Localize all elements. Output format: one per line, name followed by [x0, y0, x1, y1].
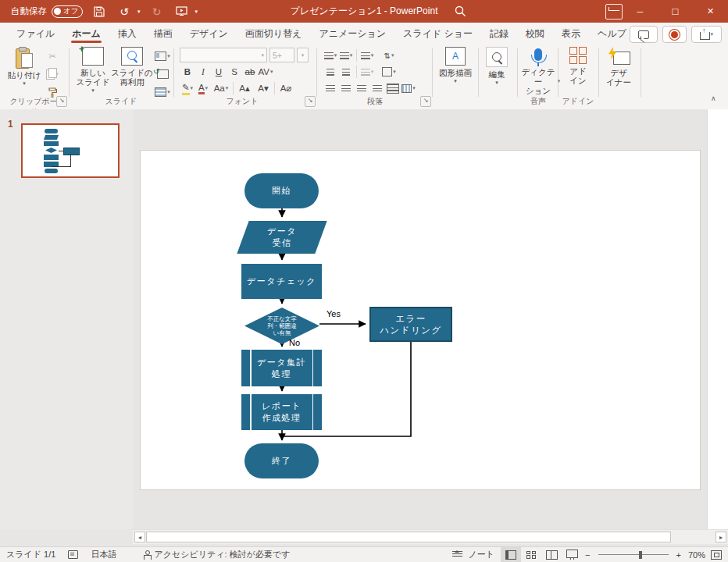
search-icon[interactable]	[455, 5, 466, 20]
tab-help[interactable]: ヘルプ	[589, 23, 635, 44]
character-spacing-button[interactable]: AV▾	[258, 65, 273, 79]
decrease-font-size-button[interactable]: A▾	[254, 81, 273, 95]
paste-button[interactable]: 貼り付け ▾	[4, 47, 45, 87]
dictation-button[interactable]: ディクテー ション ▾	[518, 47, 558, 95]
close-button[interactable]: ✕	[693, 0, 728, 23]
flowchart-receive-node[interactable]: データ 受信	[237, 221, 327, 254]
increase-indent-button[interactable]	[338, 65, 354, 79]
change-case-button[interactable]: Aa▾	[211, 81, 231, 95]
new-slide-button[interactable]: + 新しい スライド ▾	[73, 47, 113, 94]
normal-view-button[interactable]	[501, 547, 521, 562]
autosave-toggle[interactable]: 自動保存 オフ	[11, 5, 83, 18]
tab-draw[interactable]: 描画	[145, 23, 181, 44]
maximize-button[interactable]: □	[658, 0, 693, 23]
undo-chevron-icon[interactable]: ▾	[137, 9, 141, 15]
fit-to-window-button[interactable]	[709, 547, 728, 562]
minimize-button[interactable]: ─	[623, 0, 658, 23]
strikethrough-button[interactable]: ab	[242, 65, 258, 79]
notes-button[interactable]: ノート	[446, 547, 501, 562]
underline-button[interactable]: U	[211, 65, 227, 79]
tab-file[interactable]: ファイル	[8, 23, 63, 44]
text-direction-button[interactable]: ⇅▾	[381, 48, 397, 62]
numbering-button[interactable]: ▾	[338, 48, 354, 62]
horizontal-scrollbar[interactable]: ◂ ▸	[133, 529, 728, 544]
text-shadow-button[interactable]: S	[227, 65, 242, 79]
font-dialog-launcher[interactable]: ↘	[305, 96, 316, 107]
clear-formatting-button[interactable]: A⌀	[277, 81, 295, 95]
save-icon[interactable]	[91, 4, 108, 20]
paragraph-dialog-launcher[interactable]: ↘	[420, 96, 431, 107]
tab-review[interactable]: 校閲	[517, 23, 553, 44]
scroll-right-button[interactable]: ▸	[716, 532, 726, 542]
decrease-indent-button[interactable]	[323, 65, 338, 79]
flowchart-error-node[interactable]: エラー ハンドリング	[369, 307, 452, 342]
flowchart-check-node[interactable]: データチェック	[241, 264, 322, 299]
comments-button[interactable]	[630, 26, 658, 43]
microphone-icon	[534, 48, 542, 61]
horizontal-scrollbar-thumb[interactable]	[146, 532, 671, 542]
tab-insert[interactable]: 挿入	[109, 23, 145, 44]
undo-button[interactable]: ↺	[116, 4, 133, 20]
bullets-button[interactable]: ▾	[323, 48, 338, 62]
convert-to-smartart-button[interactable]: ▾	[401, 81, 416, 95]
tab-slideshow[interactable]: スライド ショー	[394, 23, 481, 44]
flowchart-aggregate-node[interactable]: データ集計 処理	[241, 350, 322, 386]
slideshow-view-button[interactable]	[562, 547, 582, 562]
zoom-level[interactable]: 70%	[684, 547, 709, 562]
zoom-out-button[interactable]: −	[582, 547, 593, 562]
shape-drawing-button[interactable]: A 図形描画 ▾	[435, 47, 476, 84]
clipboard-dialog-launcher[interactable]: ↘	[56, 96, 67, 107]
paste-chevron-icon: ▾	[23, 80, 26, 87]
vertical-scrollbar[interactable]	[707, 109, 728, 529]
tab-view[interactable]: 表示	[553, 23, 589, 44]
reading-view-button[interactable]	[541, 547, 562, 562]
slide-sorter-view-button[interactable]	[521, 547, 541, 562]
toggle-dot-icon	[54, 8, 61, 15]
zoom-slider[interactable]	[598, 554, 669, 556]
increase-font-size-button[interactable]: A▴	[235, 81, 254, 95]
slide-canvas[interactable]: 開始 データ 受信 データチェック 不正な文字 列・範囲違 い有無 エラー ハン…	[141, 151, 700, 489]
collapse-ribbon-button[interactable]: ∧	[711, 94, 716, 102]
display-settings-button[interactable]	[62, 547, 84, 562]
flowchart-end-node[interactable]: 終了	[244, 443, 319, 478]
tab-design[interactable]: デザイン	[181, 23, 237, 44]
flowchart-start-node[interactable]: 開始	[244, 173, 319, 208]
quick-access-chevron-icon[interactable]: ▾	[195, 9, 198, 15]
tab-home[interactable]: ホーム	[63, 23, 109, 44]
zoom-in-button[interactable]: +	[673, 547, 684, 562]
slide-thumbnail[interactable]	[21, 123, 120, 178]
notes-icon	[452, 551, 462, 558]
editing-button[interactable]: 編集 ▾	[479, 47, 515, 86]
flowchart-report-node[interactable]: レポート 作成処理	[241, 394, 322, 430]
designer-button[interactable]: デザ イナー	[600, 47, 637, 87]
justify-button[interactable]	[369, 81, 385, 95]
italic-button[interactable]: I	[195, 65, 211, 79]
tab-transitions[interactable]: 画面切り替え	[237, 23, 311, 44]
addins-button[interactable]: アド イン	[559, 47, 597, 85]
line-spacing-button[interactable]: ▾	[359, 48, 375, 62]
tab-record[interactable]: 記録	[481, 23, 517, 44]
highlighter-button[interactable]: ✎▾	[180, 81, 195, 95]
font-size-combobox: 5+	[269, 48, 294, 62]
align-center-button[interactable]	[338, 81, 354, 95]
display-icon	[68, 550, 78, 559]
autosave-toggle-pill[interactable]: オフ	[52, 5, 83, 18]
scroll-left-button[interactable]: ◂	[134, 532, 145, 542]
slide-layout-button[interactable]: ▾	[155, 49, 170, 63]
accessibility-checker[interactable]: アクセシビリティ: 検討が必要です	[137, 547, 296, 562]
font-color-button[interactable]: A▾	[195, 81, 211, 95]
reset-slide-button[interactable]: ↺	[155, 67, 170, 81]
align-right-button[interactable]	[354, 81, 369, 95]
align-text-button[interactable]: ▾	[381, 65, 397, 79]
share-button[interactable]: ▾	[691, 26, 722, 43]
language-indicator[interactable]: 日本語	[84, 547, 123, 562]
start-slideshow-icon[interactable]	[173, 4, 191, 20]
tab-animations[interactable]: アニメーション	[310, 23, 394, 44]
align-left-button[interactable]	[323, 81, 338, 95]
reuse-slides-button[interactable]: スライドの 再利用	[109, 47, 155, 87]
zoom-slider-handle[interactable]	[639, 551, 642, 559]
ribbon-display-options-icon[interactable]	[605, 4, 623, 20]
record-button[interactable]	[662, 26, 687, 43]
distribute-button[interactable]	[385, 81, 401, 95]
bold-button[interactable]: B	[180, 65, 195, 79]
